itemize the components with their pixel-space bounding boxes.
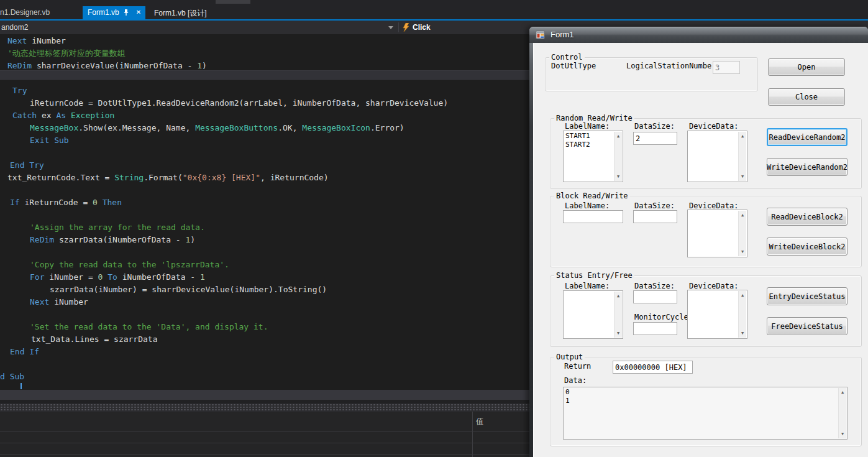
event-dropdown[interactable]: Click [413,23,431,32]
code-editor[interactable]: Next iNumber'动态处理标签所对应的变量数组ReDim sharrDe… [0,34,533,390]
code-line: ReDim sharrDeviceValue(iNumberOfData - 1… [7,61,207,70]
current-line-highlight [0,70,533,80]
code-line: txt_ReturnCode.Text = String.Format("0x{… [7,173,329,182]
window-title: Form1 [550,30,574,39]
scroll-down-icon[interactable]: ▼ [841,432,844,436]
random-labelname-input[interactable]: START1 START2 ▲▼ [563,131,623,182]
freedevicestatus-button[interactable]: FreeDeviceStatus [767,317,847,335]
scroll-down-icon[interactable]: ▼ [617,331,619,336]
status-datasize-input[interactable] [633,290,677,303]
scroll-down-icon[interactable]: ▼ [617,174,619,179]
button-label: FreeDeviceStatus [771,322,843,331]
scrollbar[interactable]: ▲▼ [738,211,746,256]
dotutltype-label: DotUtlType [551,62,596,70]
tab-label: Form1.vb [88,8,119,17]
devicedata-label: DeviceData: [689,201,738,210]
scroll-up-icon[interactable]: ▲ [741,293,744,298]
button-label: WriteDeviceRandom2 [767,163,847,172]
tab-form1-designer-vb[interactable]: n1.Designer.vb [0,6,66,19]
pin-icon[interactable] [122,9,130,16]
data-output[interactable]: 0 1 ▲▼ [563,387,847,440]
block-datasize-input[interactable] [633,210,677,223]
button-label: ReadDeviceRandom2 [769,133,846,142]
random-datasize-input[interactable] [633,132,677,145]
code-line: Exit Sub [30,136,69,145]
chevron-down-icon[interactable] [388,26,393,29]
group-title: Random Read/Write [554,114,634,122]
close-button[interactable]: Close [768,88,845,106]
textbox-content [690,211,738,256]
code-line: 'Copy the read data to the 'lpszarrData'… [30,260,229,269]
scroll-up-icon[interactable]: ▲ [617,134,619,139]
labelname-label: LabelName: [565,282,610,290]
group-title: Block Read/Write [554,192,630,200]
watch-column-divider[interactable] [472,412,473,457]
button-label: WriteDeviceBlock2 [769,242,846,251]
tab-form1-vb[interactable]: Form1.vb ✕ [83,6,145,19]
form1-client-area: Control DotUtlType LogicalStationNumbe O… [533,43,868,457]
code-line: For iNumber = 0 To iNumberOfData - 1 [30,272,205,282]
button-label: Open [798,63,816,72]
form1-titlebar[interactable]: Form1 [529,27,868,43]
button-label: ReadDeviceBlock2 [771,213,843,221]
scroll-down-icon[interactable]: ▼ [741,174,744,179]
random-devicedata-input[interactable]: ▲▼ [687,131,747,182]
group-title: Status Entry/Free [554,271,634,280]
watch-value-column-header[interactable]: 值 [476,417,483,427]
readdevicerandom2-button[interactable]: ReadDeviceRandom2 [767,128,847,146]
scrollbar[interactable]: ▲▼ [738,132,746,181]
scroll-up-icon[interactable]: ▲ [741,213,744,218]
datasize-label: DataSize: [634,201,675,210]
block-devicedata-input[interactable]: ▲▼ [687,210,747,257]
logicalstationnumber-input[interactable] [713,61,740,74]
lightning-icon [403,23,410,32]
member-dropdown[interactable]: andom2 [1,23,28,32]
logicalstationnumber-label: LogicalStationNumbe [626,62,711,70]
datasize-label: DataSize: [634,122,675,131]
scroll-down-icon[interactable]: ▼ [741,331,744,336]
screenshot-root: n1.Designer.vb Form1.vb ✕ Form1.vb [设计] … [0,0,868,457]
code-line: End If [10,347,39,356]
code-line: Try [12,86,27,95]
tab-form1-vb-design[interactable]: Form1.vb [设计] [149,6,215,19]
scrollbar[interactable]: ▲▼ [738,291,746,338]
navbar-separator [398,22,399,32]
button-label: EntryDeviceStatus [769,292,846,301]
scrollbar[interactable]: ▲▼ [614,292,622,338]
status-devicedata-input[interactable]: ▲▼ [687,290,747,339]
scroll-up-icon[interactable]: ▲ [841,390,844,395]
scroll-up-icon[interactable]: ▲ [617,293,619,298]
scrollbar[interactable]: ▲▼ [838,388,846,438]
code-line: '动态处理标签所对应的变量数组 [7,48,126,58]
button-label: Close [795,93,818,101]
labelname-label: LabelName: [565,122,610,131]
open-button[interactable]: Open [768,58,845,76]
devicedata-label: DeviceData: [689,282,738,290]
close-icon[interactable]: ✕ [134,8,143,17]
block-labelname-input[interactable] [563,210,623,223]
code-line: szarrData(iNumber) = sharrDeviceValue(iN… [50,285,327,294]
watch-grid-line [0,454,533,455]
code-line: Next iNumber [30,297,88,307]
scrollbar[interactable]: ▲▼ [614,132,622,181]
devicedata-label: DeviceData: [689,122,738,131]
group-title: Output [554,353,585,361]
textbox-content: START1 START2 [565,132,613,181]
entrydevicestatus-button[interactable]: EntryDeviceStatus [767,287,847,305]
group-title: Control [549,53,585,62]
data-label: Data: [564,376,587,385]
code-line: txt_Data.Lines = szarrData [31,335,158,344]
status-monitorcycle-input[interactable] [633,322,677,335]
form1-window: Form1 Control DotUtlType LogicalStationN… [529,27,868,457]
readdeviceblock2-button[interactable]: ReadDeviceBlock2 [767,208,847,226]
scroll-up-icon[interactable]: ▲ [741,134,744,139]
scroll-down-icon[interactable]: ▼ [741,249,744,254]
code-line: d Sub [0,372,24,381]
status-labelname-input[interactable]: ▲▼ [563,290,623,339]
writedevicerandom2-button[interactable]: WriteDeviceRandom2 [767,158,847,176]
labelname-label: LabelName: [565,201,610,210]
writedeviceblock2-button[interactable]: WriteDeviceBlock2 [767,238,847,256]
textbox-content [690,291,738,338]
returncode-output[interactable] [613,361,693,374]
code-line: Next iNumber [7,36,66,45]
